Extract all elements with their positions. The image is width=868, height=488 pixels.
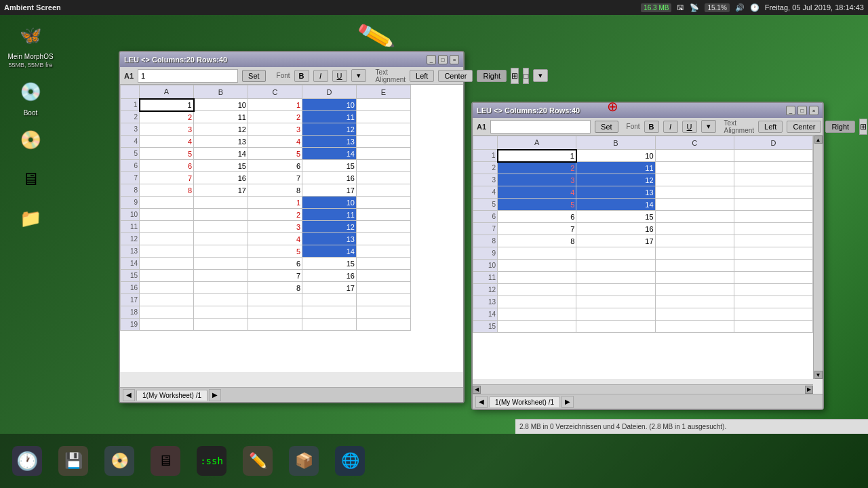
- row-header: 9: [473, 247, 498, 260]
- table-row: 11312: [121, 221, 411, 233]
- col-a-header-1[interactable]: A: [140, 85, 194, 99]
- hscroll-left-2[interactable]: ◀: [473, 386, 481, 394]
- formula-input-2[interactable]: [490, 120, 591, 134]
- align-right-btn-2[interactable]: Right: [825, 121, 855, 133]
- row-header: 8: [473, 235, 498, 247]
- table-row: 2211211: [121, 111, 411, 123]
- more-btn-1[interactable]: ▾: [533, 69, 548, 82]
- table-row: 5514514: [121, 148, 411, 160]
- window2-minimize[interactable]: _: [786, 106, 795, 115]
- battery-pct: 15.1%: [705, 3, 729, 12]
- dock-item-dvd[interactable]: 📀: [99, 441, 140, 481]
- dock-item-pencil[interactable]: ✏️: [237, 441, 278, 481]
- bold-btn-2[interactable]: B: [644, 121, 659, 133]
- dock-item-clock[interactable]: 🕐: [7, 441, 47, 481]
- table-row: 6615: [473, 211, 813, 223]
- tab-prev-2[interactable]: ◀: [475, 396, 488, 408]
- table-row: 3312312: [121, 123, 411, 136]
- table-row: 12413: [121, 233, 411, 245]
- desktop-icon-boot[interactable]: 💿 Boot: [7, 75, 54, 117]
- col-d-header-2[interactable]: D: [734, 136, 812, 150]
- underline-btn-2[interactable]: U: [682, 121, 697, 133]
- set-button-2[interactable]: Set: [595, 121, 618, 133]
- col-b-header-2[interactable]: B: [576, 136, 655, 150]
- set-button-1[interactable]: Set: [242, 70, 266, 82]
- table-row: 1110: [473, 150, 813, 162]
- col-e-header-1[interactable]: E: [357, 85, 411, 99]
- bold-btn-1[interactable]: B: [294, 70, 309, 82]
- sheet-tab-2[interactable]: 1(My Worksheet) /1: [489, 396, 560, 407]
- col-c-header-1[interactable]: C: [248, 85, 302, 99]
- border-icon-1[interactable]: □: [523, 68, 529, 84]
- desktop-icon-disk2[interactable]: 🖥: [7, 163, 54, 195]
- col-a-header-2[interactable]: A: [498, 136, 576, 150]
- sheet-grid-1[interactable]: A B C D E 111011022112113312312441341355…: [120, 85, 463, 372]
- col-b-header-1[interactable]: B: [194, 85, 248, 99]
- table-row: 4413413: [121, 136, 411, 148]
- dock-item-browser[interactable]: 🌐: [330, 441, 370, 481]
- table-row: 2211: [473, 162, 813, 174]
- topbar: Ambient Screen 16.3 MB 🖫 📡 15.1% 🔊 🕐 Fre…: [0, 0, 868, 15]
- row-header: 3: [473, 174, 498, 186]
- disk-icon: 🖫: [677, 3, 684, 12]
- folder-icon: 📁: [14, 202, 47, 235]
- align-left-btn-1[interactable]: Left: [410, 70, 434, 82]
- dock-terminal-icon: :ssh: [197, 446, 226, 476]
- italic-btn-1[interactable]: I: [313, 70, 328, 82]
- hscrollbar-2[interactable]: ◀ ▶: [473, 384, 813, 394]
- sheet-grid-2[interactable]: ▲ ▼ A B C D 1110221133124413551466157716…: [473, 136, 823, 379]
- sheet-tab-1[interactable]: 1(My Worksheet) /1: [136, 390, 208, 401]
- font-dropdown-1[interactable]: ▾: [351, 69, 366, 82]
- underline-btn-1[interactable]: U: [332, 70, 347, 82]
- window2-controls: _ □ ×: [786, 106, 818, 115]
- window2-titlebar[interactable]: LEU <> Columns:20 Rows:40 _ □ ×: [473, 103, 823, 118]
- hscroll-right-2[interactable]: ▶: [805, 386, 813, 394]
- table-row: 14: [473, 308, 813, 321]
- spreadsheet-window-1: LEU <> Columns:20 Rows:40 _ □ × A1 Set F…: [119, 51, 465, 403]
- window1-titlebar[interactable]: LEU <> Columns:20 Rows:40 _ □ ×: [120, 52, 463, 67]
- dock-item-save[interactable]: 💾: [53, 441, 94, 481]
- vscroll-up-2[interactable]: ▲: [814, 136, 823, 144]
- table-row: 16817: [121, 282, 411, 294]
- vscrollbar-2[interactable]: ▲ ▼: [813, 136, 823, 379]
- dock-item-terminal[interactable]: :ssh: [191, 441, 232, 481]
- italic-btn-2[interactable]: I: [663, 121, 678, 133]
- table-row: 15716: [121, 270, 411, 282]
- statusbar-text: 2.8 MB in 0 Verzeichnissen und 4 Dateien…: [519, 423, 726, 430]
- desktop-icon-folder[interactable]: 📁: [7, 202, 54, 235]
- font-dropdown-2[interactable]: ▾: [701, 120, 716, 133]
- dock-item-package[interactable]: 📦: [283, 441, 324, 481]
- vscroll-down-2[interactable]: ▼: [814, 371, 823, 379]
- formula-input-1[interactable]: [138, 69, 238, 83]
- tab-next-2[interactable]: ▶: [561, 396, 574, 408]
- align-center-btn-2[interactable]: Center: [787, 121, 821, 133]
- dock-item-monitor[interactable]: 🖥: [145, 441, 186, 481]
- corner-header-1: [121, 85, 140, 99]
- col-d-header-1[interactable]: D: [302, 85, 357, 99]
- corner-header-2: [473, 136, 498, 150]
- window2-title: LEU <> Columns:20 Rows:40: [477, 106, 580, 115]
- tab-prev-1[interactable]: ◀: [123, 389, 135, 401]
- grid-icon-2[interactable]: ⊞: [859, 119, 867, 135]
- align-left-btn-2[interactable]: Left: [758, 121, 783, 133]
- window1-minimize[interactable]: _: [427, 55, 436, 64]
- formula-bar-1: A1 Set Font B I U ▾ Text Alignment Left …: [120, 67, 463, 85]
- window1-maximize[interactable]: □: [438, 55, 448, 64]
- row-header: 6: [121, 160, 140, 172]
- align-right-btn-1[interactable]: Right: [477, 70, 507, 82]
- window1-close[interactable]: ×: [450, 55, 459, 64]
- text-align-label-2: Text Alignment: [724, 119, 754, 134]
- move-cursor-icon: ⊕: [607, 98, 618, 115]
- spreadsheet-table-2: A B C D 11102211331244135514661577168817…: [473, 136, 813, 333]
- row-header: 12: [473, 284, 498, 296]
- window2-maximize[interactable]: □: [797, 106, 807, 115]
- window2-close[interactable]: ×: [809, 106, 818, 115]
- row-header: 7: [473, 223, 498, 235]
- desktop-icon-disk1[interactable]: 📀: [7, 123, 54, 156]
- desktop-icon-morphos[interactable]: 🦋 Mein MorphOS 55MB, 55MB fre: [7, 19, 54, 68]
- align-center-btn-1[interactable]: Center: [438, 70, 473, 82]
- tab-next-1[interactable]: ▶: [209, 389, 221, 401]
- col-c-header-2[interactable]: C: [655, 136, 734, 150]
- font-label-1: Font: [277, 72, 290, 79]
- grid-icon-1[interactable]: ⊞: [511, 68, 519, 84]
